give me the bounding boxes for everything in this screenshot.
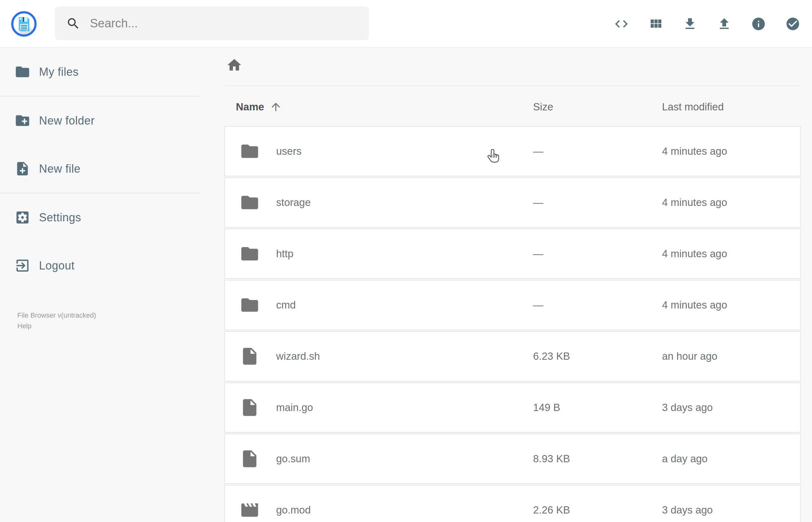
floppy-disk-logo-icon [11, 11, 37, 37]
file-icon [240, 346, 260, 366]
sidebar-item-label: New folder [39, 114, 95, 127]
home-icon [226, 57, 242, 73]
breadcrumb-home-button[interactable] [226, 57, 243, 74]
help-link[interactable]: Help [17, 321, 96, 332]
sidebar-item-label: My files [39, 65, 79, 79]
file-row-go-mod[interactable]: go.mod2.26 KB3 days ago [224, 485, 801, 522]
grid-view-icon [648, 16, 663, 32]
breadcrumb-divider [224, 85, 801, 86]
folder-icon [240, 193, 260, 213]
sidebar-item-settings[interactable]: Settings [0, 194, 199, 241]
download-button[interactable] [683, 16, 697, 32]
download-icon [683, 16, 697, 32]
file-name: go.mod [276, 504, 311, 516]
file-icon [240, 398, 260, 418]
file-name-cell: users [225, 141, 533, 161]
folder-icon [15, 64, 31, 80]
gear-icon [15, 209, 31, 225]
file-modified: 4 minutes ago [662, 248, 800, 260]
logout-icon [15, 258, 31, 274]
file-size: — [533, 197, 662, 208]
file-plus-icon [15, 161, 31, 177]
open-shell-button[interactable] [614, 16, 629, 32]
upload-icon [717, 16, 732, 32]
file-size: 149 B [533, 402, 662, 414]
info-button[interactable] [751, 16, 766, 32]
search-input[interactable] [89, 16, 353, 31]
name-column-label: Name [236, 101, 264, 113]
folder-icon [240, 193, 260, 213]
file-row-cmd[interactable]: cmd—4 minutes ago [224, 280, 801, 330]
file-modified: 3 days ago [662, 402, 800, 414]
file-name: main.go [276, 402, 313, 414]
file-row-main-go[interactable]: main.go149 B3 days ago [224, 382, 801, 433]
sort-by-modified-header[interactable]: Last modified [662, 101, 801, 113]
file-name: wizard.sh [276, 350, 320, 362]
file-name-cell: http [225, 244, 533, 264]
file-size: 8.93 KB [533, 453, 662, 465]
file-modified: a day ago [662, 453, 800, 465]
file-name-cell: go.mod [225, 500, 533, 520]
movie-file-icon [240, 500, 260, 520]
file-icon [240, 346, 260, 366]
switch-view-button[interactable] [648, 16, 663, 32]
file-name: cmd [276, 299, 296, 311]
file-list: users—4 minutes agostorage—4 minutes ago… [224, 126, 801, 522]
top-bar [0, 0, 812, 48]
file-size: — [533, 248, 662, 260]
file-size: — [533, 145, 662, 157]
logout-icon [15, 258, 31, 274]
listing-column-headers: Name Size Last modified [224, 97, 801, 117]
app-logo[interactable] [11, 11, 37, 37]
folder-icon [240, 244, 260, 264]
sort-by-name-header[interactable]: Name [224, 101, 533, 113]
sidebar-footer: File Browser v(untracked) Help [17, 310, 96, 332]
sidebar-item-logout[interactable]: Logout [0, 241, 199, 289]
sidebar-item-label: New file [39, 162, 81, 176]
file-plus-icon [15, 161, 31, 177]
sidebar-item-new-file[interactable]: New file [0, 145, 199, 193]
file-name-cell: main.go [225, 398, 533, 418]
file-row-http[interactable]: http—4 minutes ago [224, 228, 801, 279]
arrow-up-icon [269, 101, 282, 113]
folder-icon [240, 141, 260, 161]
file-name-cell: go.sum [225, 449, 533, 469]
code-icon [614, 16, 629, 32]
file-size: — [533, 299, 662, 311]
file-name-cell: wizard.sh [225, 346, 533, 366]
file-name-cell: storage [225, 193, 533, 213]
folder-plus-icon [15, 113, 31, 128]
sidebar-item-my-files[interactable]: My files [0, 48, 199, 96]
file-name: go.sum [276, 453, 310, 465]
file-listing-panel: Name Size Last modified users—4 minutes … [199, 48, 812, 522]
home-icon [226, 57, 243, 73]
folder-icon [240, 295, 260, 315]
file-modified: 4 minutes ago [662, 299, 800, 311]
folder-icon [15, 64, 31, 80]
sidebar-item-label: Settings [39, 211, 81, 224]
file-row-go-sum[interactable]: go.sum8.93 KBa day ago [224, 434, 801, 484]
file-row-users[interactable]: users—4 minutes ago [224, 126, 801, 176]
upload-button[interactable] [717, 16, 732, 32]
file-modified: 4 minutes ago [662, 145, 800, 157]
file-row-wizard-sh[interactable]: wizard.sh6.23 KBan hour ago [224, 331, 801, 381]
search-bar[interactable] [55, 6, 369, 40]
folder-plus-icon [15, 113, 31, 128]
file-icon [240, 398, 260, 418]
sidebar-item-new-folder[interactable]: New folder [0, 97, 199, 145]
file-name: http [276, 248, 293, 260]
search-icon [66, 16, 81, 31]
sort-by-size-header[interactable]: Size [533, 101, 662, 113]
file-modified: an hour ago [662, 350, 800, 362]
version-link[interactable]: File Browser v(untracked) [17, 310, 96, 321]
arrow-up-icon [269, 101, 282, 113]
file-row-storage[interactable]: storage—4 minutes ago [224, 177, 801, 228]
folder-icon [240, 295, 260, 315]
file-name-cell: cmd [225, 295, 533, 315]
gear-icon [15, 209, 31, 225]
select-multiple-button[interactable] [785, 16, 800, 32]
sidebar-item-label: Logout [39, 259, 75, 272]
file-icon [240, 449, 260, 469]
movie-file-icon [240, 500, 260, 520]
file-modified: 3 days ago [662, 504, 800, 516]
